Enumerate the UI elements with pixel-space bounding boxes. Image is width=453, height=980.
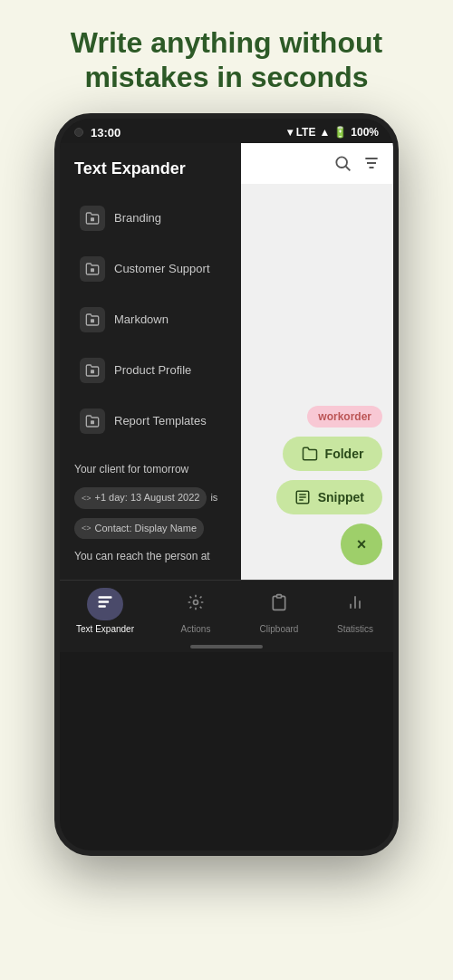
svg-point-9 (336, 157, 347, 168)
main-content: workorder Folder (241, 143, 393, 640)
nav-item-text-expander[interactable]: Text Expander (60, 581, 150, 639)
snippet-button[interactable]: Snippet (276, 480, 382, 514)
folder-icon-report-templates (80, 408, 105, 434)
headline: Write anything without mistakes in secon… (43, 0, 410, 113)
body-text-2: You can reach the person at (74, 548, 226, 565)
home-bar (190, 645, 263, 649)
filter-icon[interactable] (362, 154, 381, 177)
workorder-badge: workorder (307, 406, 382, 428)
status-time: 13:00 (91, 126, 120, 139)
wifi-icon: ▾ (287, 126, 293, 139)
text-expander-icon (96, 593, 114, 616)
bottom-nav: Text Expander Actions (60, 580, 241, 639)
folder-icon-customer-support (80, 256, 105, 282)
tag-date-text: +1 day: 13 August 2022 (95, 490, 200, 506)
snippet-button-label: Snippet (318, 490, 364, 504)
sidebar-label-branding: Branding (114, 211, 161, 225)
nav-item-clipboard[interactable]: Clipboard (241, 581, 317, 639)
tag-date: <> +1 day: 13 August 2022 (74, 487, 207, 509)
nav-label-statistics: Statistics (337, 624, 373, 634)
signal-text: LTE (296, 126, 316, 139)
sidebar-item-report-templates[interactable]: Report Templates (65, 398, 236, 445)
svg-rect-2 (91, 319, 94, 322)
folder-button[interactable]: Folder (283, 437, 382, 471)
sidebar-item-markdown[interactable]: Markdown (65, 296, 236, 343)
sidebar-label-report-templates: Report Templates (114, 414, 207, 428)
sidebar-item-customer-support[interactable]: Customer Support (65, 245, 236, 293)
content-area: Text Expander Branding (60, 143, 393, 640)
sidebar-label-customer-support: Customer Support (114, 262, 210, 275)
svg-point-8 (194, 600, 198, 604)
tag-suffix: is (210, 490, 217, 506)
tag-code-icon: <> (82, 492, 92, 504)
sidebar-label-product-profile: Product Profile (114, 363, 191, 377)
nav-item-statistics[interactable]: Statistics (317, 581, 393, 639)
nav-icon-wrap-statistics (337, 588, 373, 620)
nav-icon-wrap-text-expander (87, 588, 123, 620)
nav-icon-wrap-actions (178, 588, 214, 620)
svg-rect-6 (99, 600, 110, 603)
tag-contact-icon: <> (82, 522, 92, 534)
signal-bars-icon: ▲ (319, 126, 330, 139)
battery-icon: 🔋 (333, 126, 347, 139)
main-body: workorder Folder (241, 184, 393, 581)
search-icon[interactable] (333, 154, 352, 177)
status-bar: 13:00 ▾ LTE ▲ 🔋 100% (60, 119, 393, 143)
close-icon: × (357, 535, 367, 554)
nav-icon-wrap-clipboard (261, 588, 297, 620)
svg-line-10 (346, 167, 351, 171)
sidebar-item-product-profile[interactable]: Product Profile (65, 347, 236, 394)
svg-rect-3 (91, 370, 94, 373)
tag-contact: <> Contact: Display Name (74, 518, 204, 540)
svg-rect-5 (99, 596, 112, 599)
bottom-nav-right: Clipboard Statistic (241, 580, 393, 639)
tag-contact-text: Contact: Display Name (95, 521, 198, 537)
main-header (241, 143, 393, 184)
nav-label-text-expander: Text Expander (76, 624, 134, 634)
status-right: ▾ LTE ▲ 🔋 100% (287, 126, 379, 139)
folder-icon-product-profile (80, 358, 105, 383)
statistics-icon (346, 593, 364, 616)
phone-screen: 13:00 ▾ LTE ▲ 🔋 100% Text Expander (60, 119, 393, 653)
folder-icon-branding (80, 206, 105, 231)
sidebar: Text Expander Branding (60, 143, 241, 640)
battery-text: 100% (351, 126, 379, 139)
clipboard-icon (270, 593, 288, 616)
home-indicator (60, 639, 393, 652)
body-text-1: Your client for tomorrow (74, 461, 226, 478)
folder-icon-markdown (80, 307, 105, 332)
svg-rect-4 (91, 420, 94, 424)
svg-rect-7 (99, 605, 106, 608)
sidebar-label-markdown: Markdown (114, 312, 169, 326)
nav-label-clipboard: Clipboard (260, 624, 299, 634)
svg-rect-18 (277, 595, 282, 598)
svg-rect-0 (91, 217, 94, 221)
phone-frame: 13:00 ▾ LTE ▲ 🔋 100% Text Expander (54, 113, 399, 856)
actions-icon (187, 593, 205, 616)
status-left: 13:00 (74, 126, 120, 139)
sidebar-item-branding[interactable]: Branding (65, 195, 236, 242)
nav-item-actions[interactable]: Actions (150, 581, 241, 639)
sidebar-title: Text Expander (60, 150, 241, 193)
nav-label-actions: Actions (181, 624, 211, 634)
camera-dot (74, 128, 83, 137)
svg-rect-1 (91, 268, 94, 272)
close-button[interactable]: × (341, 524, 382, 565)
folder-button-label: Folder (325, 447, 364, 461)
sidebar-text-area: Your client for tomorrow <> +1 day: 13 A… (60, 447, 241, 581)
